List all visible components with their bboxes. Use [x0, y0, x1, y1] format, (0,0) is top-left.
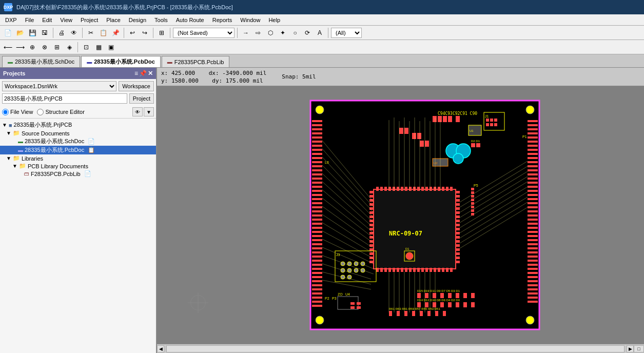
tb-btn-a[interactable]: →	[240, 27, 251, 38]
tree-item-pcblib-docs[interactable]: ▼ 📁 PCB Library Documents	[0, 162, 156, 170]
menu-reports[interactable]: Reports	[208, 16, 237, 24]
cut-btn[interactable]: ✂	[85, 27, 96, 38]
scroll-left-arrow[interactable]: ◀	[157, 345, 164, 352]
project-input[interactable]	[2, 93, 127, 104]
bottom-scrollbar-bar: ◀ ▶ □	[157, 344, 644, 353]
menu-edit[interactable]: Edit	[38, 16, 56, 24]
open-btn[interactable]: 📂	[14, 27, 26, 38]
all-dropdown[interactable]: (All)	[331, 28, 362, 38]
tb2-btn3[interactable]: ⊕	[27, 42, 38, 53]
pcb-canvas: C94C93C92C91 C90 J1 P1	[309, 100, 540, 330]
tb2-btn2[interactable]: ⟶	[14, 42, 26, 53]
svg-rect-282	[389, 311, 392, 316]
svg-rect-54	[528, 132, 538, 134]
tab-pcblib[interactable]: ▬ F28335PCB.PcbLib	[162, 56, 230, 67]
menu-window[interactable]: Window	[236, 16, 264, 24]
svg-rect-286	[420, 311, 423, 316]
svg-rect-140	[450, 187, 453, 191]
view-icon-1[interactable]: 👁	[132, 107, 143, 116]
svg-rect-88	[528, 272, 538, 274]
copy-btn[interactable]: 📋	[97, 27, 109, 38]
paste-btn[interactable]: 📌	[110, 27, 121, 38]
svg-rect-14	[312, 157, 322, 159]
sidebar-menu-icon[interactable]: ≡	[134, 70, 138, 77]
svg-rect-94	[528, 297, 538, 299]
menu-design[interactable]: Design	[125, 16, 150, 24]
project-tree: ▼ ■ 28335最小系统.PrjPCB ▼ 📁 Source Document…	[0, 119, 156, 353]
svg-rect-276	[433, 302, 436, 307]
save-btn[interactable]: 💾	[27, 27, 38, 38]
d1-label: D1	[405, 247, 409, 250]
svg-rect-79	[528, 235, 538, 237]
tree-item-schdoc[interactable]: ▶ ▬ 28335最小系统.SchDoc 📄	[0, 137, 156, 146]
svg-rect-194	[456, 257, 460, 259]
svg-rect-57	[528, 145, 538, 147]
workspace-select[interactable]: Workspace1.DsnWrk	[2, 81, 116, 91]
workspace-button[interactable]: Workspace	[119, 81, 154, 91]
svg-rect-193	[456, 252, 460, 255]
svg-rect-77	[528, 227, 538, 229]
svg-rect-131	[413, 187, 416, 191]
menu-help[interactable]: Help	[264, 16, 284, 24]
tb2-btn9[interactable]: ▣	[105, 42, 116, 53]
structure-editor-radio[interactable]: Structure Editor	[37, 109, 84, 115]
tree-item-libraries[interactable]: ▼ 📁 Libraries	[0, 154, 156, 162]
tree-item-source-docs[interactable]: ▼ 📁 Source Documents	[0, 129, 156, 137]
svg-rect-148	[405, 268, 407, 272]
horizontal-scrollbar[interactable]	[166, 345, 625, 352]
print-prev-btn[interactable]: 👁	[68, 27, 80, 38]
tab-schdoc[interactable]: ▬ 28335最小系统.SchDoc	[2, 56, 80, 67]
svg-rect-111	[412, 133, 416, 139]
sidebar: Projects ≡ 📌 ✕ Workspace1.DsnWrk Workspa…	[0, 68, 157, 353]
tb2-btn1[interactable]: ⟵	[2, 42, 13, 53]
view-icon-2[interactable]: ▼	[144, 107, 154, 116]
pcblib-folder-icon: 📁	[19, 163, 26, 169]
scroll-right-arrow[interactable]: ▶	[627, 345, 634, 352]
tb-btn-f[interactable]: ⟳	[302, 27, 313, 38]
svg-rect-278	[448, 302, 452, 307]
tree-item-pcbdoc[interactable]: ▶ ▬ 28335最小系统.PcbDoc 📋	[0, 146, 156, 154]
sidebar-close-icon[interactable]: ✕	[148, 70, 153, 77]
project-button[interactable]: Project	[129, 93, 154, 104]
menu-view[interactable]: View	[56, 16, 76, 24]
tree-item-project[interactable]: ▼ ■ 28335最小系统.PrjPCB	[0, 121, 156, 129]
menu-autoroute[interactable]: Auto Route	[172, 16, 208, 24]
tb-btn-g[interactable]: A	[314, 27, 325, 38]
tb2-btn6[interactable]: ◈	[64, 42, 75, 53]
menu-tools[interactable]: Tools	[150, 16, 172, 24]
zoom-fit-btn[interactable]: ⊞	[156, 27, 167, 38]
scroll-page-btn[interactable]: □	[634, 345, 644, 352]
menu-dxp[interactable]: DXP	[1, 16, 21, 24]
svg-rect-133	[421, 187, 424, 191]
svg-rect-103	[490, 119, 493, 122]
file-view-radio[interactable]: File View	[2, 109, 33, 115]
tree-label-pcblib: F28335PCB.PcbLib	[31, 171, 81, 177]
saved-state-dropdown[interactable]: (Not Saved)	[173, 28, 235, 38]
save-all-btn[interactable]: 🖫	[39, 27, 50, 38]
menu-project[interactable]: Project	[76, 16, 102, 24]
menu-file[interactable]: File	[21, 16, 38, 24]
tb-btn-d[interactable]: ✦	[277, 27, 288, 38]
tab-pcbdoc[interactable]: ▬ 28335最小系统.PcbDoc	[81, 56, 161, 67]
svg-rect-187	[456, 228, 460, 230]
new-btn[interactable]: 📄	[2, 27, 13, 38]
tb2-btn4[interactable]: ⊗	[39, 42, 50, 53]
tb2-btn7[interactable]: ⊡	[81, 42, 92, 53]
tb-btn-b[interactable]: ⇨	[252, 27, 264, 38]
svg-rect-6	[312, 124, 322, 126]
pcb-viewport[interactable]: C94C93C92C91 C90 J1 P1	[157, 86, 644, 344]
svg-rect-40	[312, 264, 322, 266]
tree-item-pcblib[interactable]: ▶ 🗃 F28335PCB.PcbLib 📄	[0, 170, 156, 178]
redo-btn[interactable]: ↪	[139, 27, 150, 38]
menu-place[interactable]: Place	[102, 16, 125, 24]
tree-label-project: 28335最小系统.PrjPCB	[14, 121, 72, 129]
sidebar-pin-icon[interactable]: 📌	[139, 70, 147, 77]
tb2-btn8[interactable]: ▦	[93, 42, 104, 53]
tb2-btn5[interactable]: ⊞	[51, 42, 63, 53]
undo-btn[interactable]: ↩	[127, 27, 138, 38]
svg-rect-145	[393, 268, 395, 272]
svg-rect-136	[434, 187, 436, 191]
tb-btn-c[interactable]: ⬡	[265, 27, 276, 38]
tb-btn-e[interactable]: ○	[289, 27, 301, 38]
print-btn[interactable]: 🖨	[56, 27, 67, 38]
